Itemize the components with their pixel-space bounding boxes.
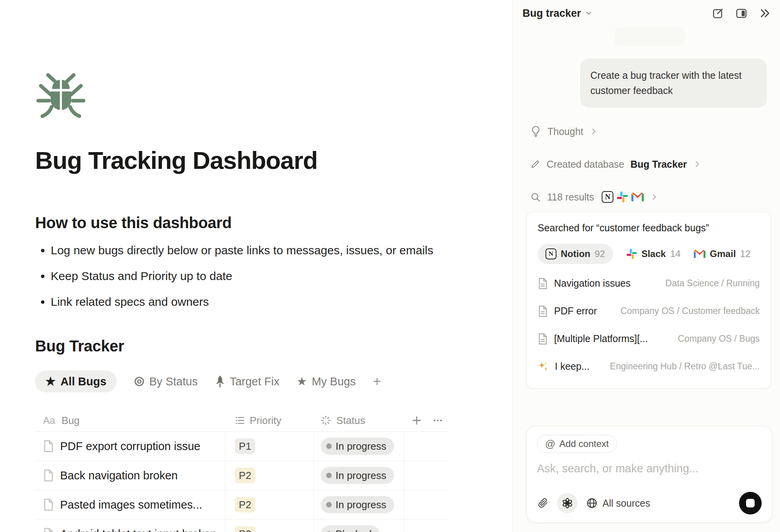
new-chat-button[interactable]	[712, 7, 724, 19]
bug-title: Pasted images sometimes...	[60, 498, 202, 511]
chevron-down-icon	[585, 9, 593, 17]
howto-heading: How to use this dashboard	[35, 214, 489, 232]
step-thought[interactable]: Thought	[530, 122, 767, 141]
table-row[interactable]: Back navigation broken P2 In progress	[35, 461, 450, 490]
page-icon	[43, 440, 54, 452]
composer: @ Add context	[526, 426, 772, 523]
view-tab-my-bugs[interactable]: ★ My Bugs	[297, 375, 356, 388]
tab-slack[interactable]: Slack 14	[626, 244, 681, 264]
view-tab-by-status[interactable]: By Status	[134, 375, 198, 388]
table-more-button[interactable]	[432, 415, 443, 426]
star-icon: ★	[45, 376, 56, 387]
page-icon	[43, 498, 54, 511]
document-icon	[538, 333, 548, 345]
step-label: Created database	[547, 159, 624, 170]
sparkles-icon	[538, 361, 549, 372]
all-sources-button[interactable]: All sources	[586, 497, 650, 509]
status-badge: In progress	[321, 496, 394, 513]
panel-header: Bug tracker	[513, 2, 780, 24]
result-title: PDF error	[554, 305, 597, 317]
search-icon	[530, 192, 541, 202]
status-dot	[326, 502, 332, 507]
table-header-row: Aa Bug Priority	[35, 410, 450, 431]
thread-selector[interactable]: Bug tracker	[522, 7, 593, 20]
tab-label: Slack	[641, 248, 666, 259]
faded-previous-message	[615, 27, 685, 46]
chevron-right-icon	[590, 128, 597, 135]
globe-icon	[586, 497, 598, 509]
target-icon	[134, 376, 145, 387]
tab-count: 14	[670, 248, 681, 259]
column-header-priority[interactable]: Priority	[225, 415, 313, 427]
table-row[interactable]: Android tablet text input broken P2 Bloc…	[35, 519, 450, 532]
rocket-icon	[215, 376, 225, 387]
attachment-icon[interactable]	[537, 497, 549, 509]
gmail-icon	[631, 192, 644, 202]
thread-title: Bug tracker	[522, 7, 581, 20]
all-sources-label: All sources	[602, 498, 650, 509]
open-side-panel-button[interactable]	[736, 7, 747, 19]
bug-page-icon[interactable]	[35, 71, 87, 123]
search-result-row[interactable]: Navigation issues Data Science / Running	[538, 270, 760, 297]
column-label: Priority	[250, 415, 281, 427]
chat-thread: Create a bug tracker with the latest cus…	[513, 59, 780, 388]
created-database-name: Bug Tracker	[631, 159, 687, 170]
view-tab-label: My Bugs	[312, 375, 356, 388]
tab-label: Notion	[561, 248, 590, 259]
status-badge: In progress	[321, 467, 394, 484]
slack-icon	[626, 248, 637, 259]
search-result-row[interactable]: PDF error Company OS / Customer feedback	[538, 297, 760, 325]
app: Bug Tracking Dashboard How to use this d…	[0, 0, 780, 532]
column-header-status[interactable]: Status	[313, 415, 404, 427]
search-result-row[interactable]: [Multiple Platforms][... Company OS / Bu…	[538, 325, 760, 353]
howto-bullet: Log new bugs directly below or paste lin…	[51, 243, 489, 257]
step-label: 118 results	[547, 192, 594, 203]
view-tab-label: By Status	[149, 375, 198, 388]
view-tab-target-fix[interactable]: Target Fix	[215, 375, 279, 388]
table-row[interactable]: PDF export corruption issue P1 In progre…	[35, 431, 450, 461]
at-icon: @	[545, 438, 555, 450]
status-badge: Blocked	[321, 525, 380, 532]
search-results-card: Searched for “customer feedback bugs” N …	[526, 212, 771, 388]
composer-input[interactable]	[537, 462, 739, 475]
view-tabs: ★ All Bugs By Status	[35, 371, 489, 392]
openai-icon	[561, 497, 573, 509]
step-created-database[interactable]: Created database Bug Tracker	[530, 155, 767, 174]
pencil-icon	[530, 159, 540, 169]
howto-bullet: Link related specs and owners	[51, 295, 489, 309]
add-column-button[interactable]	[411, 415, 422, 426]
view-tab-all-bugs[interactable]: ★ All Bugs	[35, 371, 117, 392]
result-meta: Engineering Hub / Retro @Last Tue...	[610, 361, 760, 372]
notion-icon: N	[602, 191, 613, 203]
collapse-panel-button[interactable]	[759, 7, 771, 19]
model-selector-button[interactable]	[557, 493, 577, 513]
search-card-title: Searched for “customer feedback bugs”	[538, 222, 760, 234]
priority-badge: P2	[235, 468, 255, 483]
chevron-right-icon	[694, 161, 701, 168]
tab-notion[interactable]: N Notion 92	[538, 244, 613, 264]
ai-panel: Bug tracker	[513, 0, 780, 532]
column-header-bug[interactable]: Aa Bug	[35, 415, 225, 427]
add-context-button[interactable]: @ Add context	[537, 435, 617, 453]
tab-count: 12	[740, 248, 751, 259]
status-dot	[326, 473, 332, 478]
result-title: I keep...	[555, 361, 590, 372]
search-result-row[interactable]: I keep... Engineering Hub / Retro @Last …	[538, 353, 760, 380]
tab-gmail[interactable]: Gmail 12	[694, 244, 750, 264]
step-search-results[interactable]: 118 results N	[530, 188, 767, 206]
result-meta: Data Science / Running	[665, 278, 760, 289]
result-title: [Multiple Platforms][...	[554, 333, 648, 344]
page-title: Bug Tracking Dashboard	[35, 146, 489, 174]
table-row[interactable]: Pasted images sometimes... P2 In progres…	[35, 490, 450, 519]
step-label: Thought	[547, 126, 583, 137]
status-property-icon	[321, 415, 331, 426]
add-view-button[interactable]: +	[373, 373, 381, 390]
bug-title: PDF export corruption issue	[60, 440, 200, 453]
bug-title: Back navigation broken	[60, 469, 178, 482]
source-icons: N	[602, 191, 644, 203]
column-label: Bug	[62, 415, 80, 427]
slack-icon	[617, 191, 628, 203]
chevron-right-icon	[651, 193, 658, 200]
stop-button[interactable]	[739, 492, 762, 514]
howto-bullet: Keep Status and Priority up to date	[51, 269, 489, 283]
